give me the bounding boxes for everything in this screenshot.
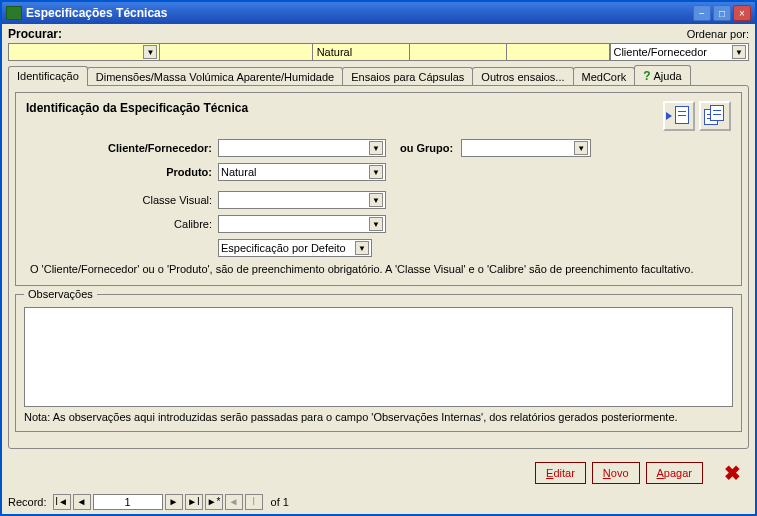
arrow-doc-icon [669,106,689,126]
order-dropdown[interactable]: Cliente/Fornecedor ▼ [610,43,749,61]
minimize-button[interactable]: − [693,5,711,21]
search-field-3[interactable] [410,43,507,61]
search-dropdown[interactable]: ▼ [8,43,160,61]
chevron-down-icon: ▼ [143,45,157,59]
produto-dropdown[interactable]: Natural▼ [218,163,386,181]
search-label: Procurar: [8,27,62,41]
tab-identificacao[interactable]: Identificação [8,66,88,86]
apagar-button[interactable]: Apagar [646,462,703,484]
tab-panel: Identificação da Especificação Técnica C… [8,85,749,449]
chevron-down-icon: ▼ [369,141,383,155]
search-field-4[interactable] [507,43,611,61]
chevron-down-icon: ▼ [574,141,588,155]
calibre-label: Calibre: [26,218,218,230]
grupo-dropdown[interactable]: ▼ [461,139,591,157]
nav-disabled-1: ◄ [225,494,243,510]
obs-textarea[interactable] [24,307,733,407]
tab-ajuda[interactable]: ? Ajuda [634,65,690,86]
nav-new-button[interactable]: ►* [205,494,223,510]
calibre-dropdown[interactable]: ▼ [218,215,386,233]
defeito-value: Especificação por Defeito [221,242,346,254]
close-button[interactable]: × [733,5,751,21]
nav-first-button[interactable]: I◄ [53,494,71,510]
ident-title: Identificação da Especificação Técnica [26,101,248,115]
novo-button[interactable]: Novo [592,462,640,484]
tab-medcork[interactable]: MedCork [573,67,636,86]
obs-note: Nota: As observações aqui introduzidas s… [24,411,733,423]
record-label: Record: [8,496,47,508]
chevron-down-icon: ▼ [369,193,383,207]
search-field-2[interactable]: Natural [313,43,410,61]
nav-prev-button[interactable]: ◄ [73,494,91,510]
record-navigator: Record: I◄ ◄ 1 ► ►I ►* ◄ I of 1 [2,492,755,514]
chevron-down-icon: ▼ [355,241,369,255]
import-button[interactable] [663,101,695,131]
classe-label: Classe Visual: [26,194,218,206]
help-icon: ? [643,69,650,83]
order-value: Cliente/Fornecedor [613,46,707,58]
tab-outros-ensaios[interactable]: Outros ensaios... [472,67,573,86]
produto-label: Produto: [26,166,218,178]
app-icon [6,6,22,20]
titlebar: Especificações Técnicas − □ × [2,2,755,24]
chevron-down-icon: ▼ [732,45,746,59]
chevron-down-icon: ▼ [369,217,383,231]
grupo-label: ou Grupo: [400,142,453,154]
window-title: Especificações Técnicas [26,6,693,20]
tab-dimensoes[interactable]: Dimensões/Massa Volúmica Aparente/Humida… [87,67,343,86]
record-of: of 1 [271,496,289,508]
tab-ensaios-capsulas[interactable]: Ensaios para Cápsulas [342,67,473,86]
maximize-button[interactable]: □ [713,5,731,21]
classe-dropdown[interactable]: ▼ [218,191,386,209]
order-label: Ordenar por: [687,28,749,40]
copy-button[interactable] [699,101,731,131]
ident-hint: O 'Cliente/Fornecedor' ou o 'Produto', s… [26,263,731,275]
obs-legend: Observações [24,288,97,300]
cliente-label: Cliente/Fornecedor: [26,142,218,154]
observacoes-fieldset: Observações Nota: As observações aqui in… [15,294,742,432]
search-field-1[interactable] [160,43,312,61]
tab-ajuda-label: Ajuda [653,70,681,82]
produto-value: Natural [221,166,256,178]
docs-icon [704,105,726,127]
editar-button[interactable]: Editar [535,462,586,484]
cliente-dropdown[interactable]: ▼ [218,139,386,157]
close-x-button[interactable]: ✖ [719,460,745,486]
nav-next-button[interactable]: ► [165,494,183,510]
nav-last-button[interactable]: ►I [185,494,203,510]
record-number[interactable]: 1 [93,494,163,510]
nav-disabled-2: I [245,494,263,510]
chevron-down-icon: ▼ [369,165,383,179]
identificacao-fieldset: Identificação da Especificação Técnica C… [15,92,742,286]
defeito-dropdown[interactable]: Especificação por Defeito▼ [218,239,372,257]
